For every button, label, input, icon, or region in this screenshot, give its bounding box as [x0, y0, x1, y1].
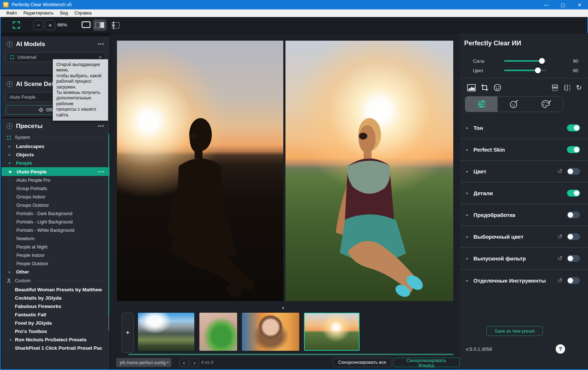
flip-vertical-icon[interactable] [551, 84, 559, 91]
menu-help[interactable]: Справка [71, 10, 95, 16]
filmstrip-collapse-icon[interactable] [281, 306, 285, 310]
custom-preset-item[interactable]: Cocktails by JGlyda [8, 294, 110, 302]
finishing-tools-toggle[interactable] [567, 277, 580, 284]
reset-icon[interactable] [557, 255, 563, 262]
rotate-icon[interactable]: ↻ [576, 84, 582, 91]
custom-preset-item[interactable]: Ron Nichols ProSelect Presets [8, 336, 110, 344]
info-icon[interactable] [7, 41, 12, 47]
preset-group-landscapes[interactable]: Landscapes [1, 142, 110, 151]
filmstrip-scrollbar[interactable] [129, 354, 453, 355]
preset-item-menu-icon[interactable] [98, 169, 105, 174]
preset-item[interactable]: Portraits - White Background [10, 226, 110, 234]
preset-item[interactable]: People at Night [10, 243, 110, 251]
preset-item[interactable]: People Outdoor [10, 259, 110, 268]
section-perfect-skin[interactable]: Perfect Skin [460, 139, 588, 161]
section-tone[interactable]: Тон [460, 117, 588, 139]
preset-item-selected[interactable]: iAuto People [1, 167, 110, 176]
preset-item[interactable]: Newborn [10, 234, 110, 243]
section-preprocessing[interactable]: Предобработка [460, 204, 588, 226]
tab-adjustments[interactable] [465, 96, 498, 112]
color-value: 80 [573, 68, 578, 73]
brand-logo-icon [7, 135, 11, 140]
tab-retouch[interactable] [498, 96, 530, 112]
add-image-button[interactable]: + [122, 313, 134, 353]
prev-image-button[interactable]: ‹ [179, 358, 188, 367]
crop-icon[interactable] [481, 84, 488, 91]
sliders-icon [477, 100, 487, 108]
zoom-in-button[interactable]: + [45, 20, 55, 30]
perfect-skin-toggle[interactable] [567, 146, 580, 153]
menu-file[interactable]: Файл [3, 10, 20, 16]
thumbnail-sunset-selected[interactable] [304, 313, 360, 351]
color-slider[interactable] [504, 70, 546, 71]
section-color[interactable]: Цвет [460, 161, 588, 182]
tone-toggle[interactable] [567, 124, 580, 131]
reset-icon[interactable] [557, 168, 563, 174]
preset-item[interactable]: Group Portraits [10, 184, 110, 193]
color-toggle[interactable] [567, 168, 580, 175]
thumbnail-iguana[interactable] [199, 313, 237, 351]
sync-all-button[interactable]: Синхронизировать все [333, 358, 392, 367]
preset-group-people[interactable]: People [1, 159, 110, 167]
section-selective-color[interactable]: Выборочный цвет [460, 226, 588, 248]
close-button[interactable]: ✕ [571, 0, 588, 9]
section-finishing-tools[interactable]: Отделочные Инструменты [460, 270, 588, 291]
histogram-icon[interactable] [467, 84, 476, 91]
tab-effects[interactable] [530, 96, 563, 112]
face-icon[interactable] [494, 84, 501, 91]
preset-item[interactable]: Groups Indoor [10, 193, 110, 201]
section-graduated-filter[interactable]: Выпускной фильтр [460, 248, 588, 270]
split-view-button[interactable] [93, 19, 107, 31]
custom-preset-item[interactable]: Fabulous Fireworks [8, 302, 110, 311]
app-logo-icon: W [3, 2, 9, 8]
next-image-button[interactable]: › [190, 358, 199, 367]
menu-edit[interactable]: Редактировать [20, 10, 57, 16]
reset-icon[interactable] [557, 234, 563, 240]
preset-group-other[interactable]: Other [1, 268, 110, 276]
reset-icon[interactable] [557, 278, 563, 284]
custom-preset-item[interactable]: Food by JGlyda [8, 319, 110, 327]
zoom-out-button[interactable]: − [33, 20, 44, 30]
preprocessing-toggle[interactable] [567, 211, 580, 218]
preset-item[interactable]: iAuto People Pro [10, 176, 110, 184]
applied-preset-dropdown[interactable]: pfc-home-perfect-sunlig [116, 358, 171, 367]
info-icon[interactable] [7, 123, 12, 129]
slider-handle[interactable] [539, 58, 545, 64]
preset-item[interactable]: Portraits - Dark Background [10, 209, 110, 218]
sidebar-scrollbar-track[interactable] [108, 317, 109, 331]
selective-color-toggle[interactable] [567, 233, 580, 240]
single-view-icon[interactable] [81, 21, 91, 29]
custom-preset-item[interactable]: Pro's Toolbox [8, 327, 110, 336]
sidebar-scrollbar[interactable] [108, 133, 109, 317]
image-after[interactable] [285, 41, 453, 301]
sync-forward-button[interactable]: Синхронизировать Вперёд [393, 358, 460, 367]
presets-menu-icon[interactable] [98, 124, 105, 129]
preset-item[interactable]: Portraits - Light Background [10, 218, 110, 226]
chevron-right-icon [466, 191, 469, 196]
chevron-right-icon [466, 278, 469, 283]
left-sidebar: AI Models Universal AI Scene Detection i… [1, 33, 110, 369]
compare-slider-view-icon[interactable] [110, 21, 121, 30]
graduated-filter-toggle[interactable] [567, 255, 580, 262]
preset-item[interactable]: People Indoor [10, 251, 110, 259]
details-toggle[interactable] [567, 190, 580, 197]
flip-horizontal-icon[interactable] [564, 84, 571, 91]
image-before[interactable] [117, 41, 283, 301]
custom-preset-item[interactable]: Fantastic Fall [8, 311, 110, 319]
maximize-button[interactable]: ▢ [555, 0, 571, 9]
thumbnail-portrait[interactable] [242, 313, 299, 351]
preset-group-objects[interactable]: Objects [1, 151, 110, 159]
custom-preset-item[interactable]: SharkPixel 1 Click Portrait Preset Pac [8, 344, 110, 352]
minimize-button[interactable]: — [538, 0, 555, 9]
ai-models-menu-icon[interactable] [98, 42, 105, 47]
slider-handle[interactable] [535, 67, 541, 73]
save-as-new-preset-button[interactable]: Save as new preset [486, 326, 543, 336]
info-icon[interactable] [7, 81, 12, 87]
thumbnail-mountain[interactable] [138, 313, 194, 351]
custom-preset-item[interactable]: Beautiful Woman Presets by Matthew [8, 285, 110, 294]
strength-slider[interactable] [504, 60, 546, 62]
help-button[interactable]: ? [556, 344, 565, 354]
section-details[interactable]: Детали [460, 182, 588, 204]
menu-view[interactable]: Вид [57, 10, 71, 16]
preset-item[interactable]: Groups Outdoor [10, 201, 110, 209]
